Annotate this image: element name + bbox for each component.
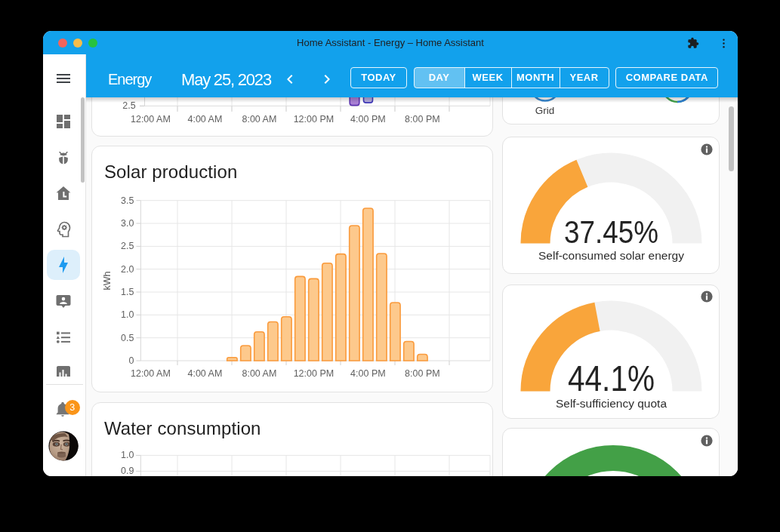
svg-text:44.1%: 44.1% [568, 358, 655, 398]
svg-text:12:00 PM: 12:00 PM [294, 368, 335, 379]
svg-text:4:00 AM: 4:00 AM [187, 368, 222, 379]
svg-text:8:00 AM: 8:00 AM [242, 368, 276, 379]
svg-text:8:00 PM: 8:00 PM [405, 368, 440, 379]
svg-text:0.5: 0.5 [121, 333, 134, 343]
svg-text:Grid: Grid [535, 105, 555, 116]
svg-text:1.5: 1.5 [121, 287, 134, 297]
svg-text:8:00 AM: 8:00 AM [242, 114, 276, 125]
svg-text:1.0: 1.0 [121, 450, 134, 460]
svg-text:4:00 PM: 4:00 PM [350, 114, 386, 125]
svg-text:1.0: 1.0 [121, 309, 134, 320]
svg-text:12:00 AM: 12:00 AM [131, 368, 171, 379]
svg-text:4:00 PM: 4:00 PM [350, 368, 386, 379]
svg-text:2.0: 2.0 [121, 264, 134, 275]
svg-text:4:00 AM: 4:00 AM [187, 114, 222, 125]
svg-text:kWh: kWh [102, 271, 113, 290]
svg-text:2.5: 2.5 [121, 241, 134, 251]
svg-text:37.45%: 37.45% [564, 215, 658, 251]
svg-text:Self-sufficiency quota: Self-sufficiency quota [556, 396, 667, 409]
svg-text:12:00 AM: 12:00 AM [131, 114, 171, 125]
svg-text:3.5: 3.5 [121, 195, 134, 206]
svg-text:12:00 PM: 12:00 PM [294, 114, 335, 125]
svg-text:8:00 PM: 8:00 PM [405, 114, 440, 125]
svg-text:Self-consumed solar energy: Self-consumed solar energy [538, 249, 684, 262]
svg-text:3.0: 3.0 [121, 218, 134, 229]
svg-text:0.9: 0.9 [121, 466, 134, 476]
svg-text:0: 0 [129, 355, 134, 366]
